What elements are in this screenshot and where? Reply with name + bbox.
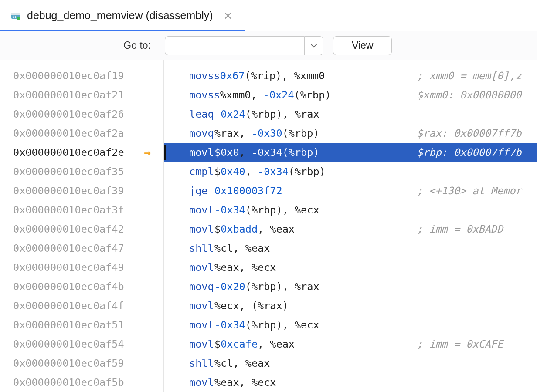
instruction-row[interactable]: movl $0xbadd, %eax; imm = 0xBADD — [164, 220, 537, 239]
operand-num: -0x34 — [214, 319, 245, 331]
operand-paren: ( — [245, 204, 252, 216]
mnemonic: movl — [167, 146, 214, 159]
mnemonic: shll — [167, 242, 214, 254]
operand-paren: ( — [282, 127, 289, 139]
svg-point-3 — [17, 17, 20, 20]
mnemonic: movl — [167, 261, 214, 274]
instruction-row[interactable]: movl $0xcafe, %eax; imm = 0xCAFE — [164, 335, 537, 354]
mnemonic: leaq — [167, 108, 214, 120]
operand-num: -0x20 — [214, 280, 245, 293]
address-cell[interactable]: 0x000000010ec0af35 — [0, 162, 163, 181]
operand-reg: %rax — [214, 127, 239, 139]
address-cell[interactable]: 0x000000010ec0af49 — [0, 258, 163, 277]
operand-reg: %rbp — [295, 166, 319, 178]
instruction-row[interactable]: movl -0x34(%rbp), %ecx — [164, 315, 537, 335]
operand-num: 0xbadd — [221, 223, 258, 235]
operand-num: -0x34 — [258, 166, 289, 178]
instruction-row[interactable]: movss 0x67(%rip), %xmm0; xmm0 = mem[0],z — [164, 66, 537, 85]
operand-paren: ( — [252, 300, 258, 312]
operand-reg: %rbp — [289, 146, 313, 159]
operand-num: -0x24 — [263, 89, 294, 101]
instruction-row[interactable]: jge 0x100003f72; <+130> at Memor — [164, 181, 537, 200]
disassembly-content: 0x000000010ec0af190x000000010ec0af210x00… — [0, 60, 537, 392]
address-cell[interactable]: 0x000000010ec0af5b — [0, 373, 163, 392]
operand-comma: , — [233, 357, 245, 369]
operand-paren: ) — [276, 108, 282, 120]
instruction-row[interactable]: movl %eax, %ecx — [164, 258, 537, 277]
operand-paren: ( — [245, 70, 251, 82]
instruction-row[interactable]: shll %cl, %eax — [164, 354, 537, 373]
comment: ; imm = 0xCAFE — [417, 338, 503, 350]
instruction-row[interactable]: movq %rax, -0x30(%rbp)$rax: 0x00007ff7b — [164, 124, 537, 143]
address-cell[interactable]: 0x000000010ec0af21 — [0, 85, 163, 105]
operand-reg: %rax — [295, 280, 319, 293]
operand-paren: ( — [245, 108, 252, 120]
current-line-arrow-icon: → — [144, 146, 151, 159]
operand-paren: ( — [294, 89, 300, 101]
instruction-row[interactable]: movl %eax, %ecx — [164, 373, 537, 392]
operand-paren: ) — [313, 127, 319, 139]
operand-reg: %xmm0 — [294, 70, 325, 82]
address-cell[interactable]: 0x000000010ec0af3f — [0, 200, 163, 220]
operand-reg: %eax — [270, 338, 295, 350]
instruction-row[interactable]: movss %xmm0, -0x24(%rbp)$xmm0: 0x0000000… — [164, 85, 537, 105]
address-cell[interactable]: 0x000000010ec0af26 — [0, 105, 163, 124]
instruction-row[interactable]: movq -0x20(%rbp), %rax — [164, 277, 537, 296]
address-cell[interactable]: 0x000000010ec0af42 — [0, 220, 163, 239]
address-cell[interactable]: 0x000000010ec0af51 — [0, 315, 163, 335]
mnemonic: jge — [167, 185, 214, 197]
address-cell[interactable]: 0x000000010ec0af59 — [0, 354, 163, 373]
operand-comma: , — [239, 261, 252, 274]
view-button[interactable]: View — [333, 36, 392, 55]
address-cell[interactable]: 0x000000010ec0af2e→ — [0, 143, 163, 162]
address-cell[interactable]: 0x000000010ec0af54 — [0, 335, 163, 354]
tab-title: debug_demo_memview (disassembly) — [27, 9, 213, 22]
operand-reg: $ — [214, 223, 221, 235]
operand-reg: %rbp — [252, 280, 276, 293]
operand-paren: ( — [289, 166, 295, 178]
toolbar: Go to: View — [0, 31, 537, 60]
instruction-row[interactable]: movl %ecx, (%rax) — [164, 296, 537, 315]
operand-paren: ( — [245, 319, 252, 331]
operand-reg: $ — [214, 166, 221, 178]
operand-paren: ) — [276, 204, 282, 216]
operand-reg: %rbp — [289, 127, 313, 139]
address-cell[interactable]: 0x000000010ec0af39 — [0, 181, 163, 200]
operand-reg: %cl — [214, 357, 233, 369]
tab-disassembly[interactable]: 01 debug_demo_memview (disassembly) — [0, 0, 245, 31]
operand-reg: %eax — [214, 376, 239, 389]
instruction-row[interactable]: leaq -0x24(%rbp), %rax — [164, 105, 537, 124]
svg-text:01: 01 — [13, 15, 16, 19]
instruction-row[interactable]: shll %cl, %eax — [164, 239, 537, 258]
instruction-row[interactable]: cmpl $0x40, -0x34(%rbp) — [164, 162, 537, 181]
operand-comma: , — [251, 89, 263, 101]
operand-reg: %eax — [214, 261, 239, 274]
operand-paren: ( — [245, 280, 252, 293]
instruction-listing: movss 0x67(%rip), %xmm0; xmm0 = mem[0],z… — [164, 60, 537, 392]
goto-dropdown-button[interactable] — [304, 36, 323, 55]
operand-num: 0x100003f72 — [214, 185, 282, 197]
operand-paren: ) — [319, 166, 326, 178]
operand-num: -0x34 — [252, 146, 282, 159]
address-cell[interactable]: 0x000000010ec0af47 — [0, 239, 163, 258]
goto-input[interactable] — [165, 36, 304, 55]
address-cell[interactable]: 0x000000010ec0af4f — [0, 296, 163, 315]
close-icon[interactable] — [222, 10, 234, 22]
instruction-row[interactable]: movl -0x34(%rbp), %ecx — [164, 200, 537, 220]
mnemonic: movss — [167, 89, 220, 101]
address-cell[interactable]: 0x000000010ec0af19 — [0, 66, 163, 85]
address-cell[interactable]: 0x000000010ec0af4b — [0, 277, 163, 296]
mnemonic: movq — [167, 280, 214, 293]
instruction-row[interactable]: movl $0x0, -0x34(%rbp)$rbp: 0x00007ff7b — [164, 143, 537, 162]
operand-comma: , — [239, 146, 252, 159]
operand-paren: ) — [276, 319, 282, 331]
operand-reg: %rbp — [252, 108, 276, 120]
operand-reg: %rax — [258, 300, 282, 312]
operand-comma: , — [282, 319, 295, 331]
operand-reg: %ecx — [252, 261, 276, 274]
operand-reg: %rbp — [252, 319, 276, 331]
mnemonic: cmpl — [167, 166, 214, 178]
current-line-marker — [164, 145, 166, 160]
operand-reg: %ecx — [295, 319, 319, 331]
address-cell[interactable]: 0x000000010ec0af2a — [0, 124, 163, 143]
